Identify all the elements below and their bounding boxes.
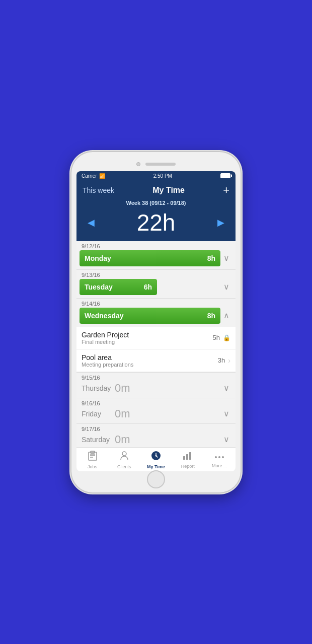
svg-point-16 xyxy=(222,456,224,458)
entry-hours-garden: 5h xyxy=(213,334,220,341)
day-bar-row-saturday: Saturday 0m ∨ xyxy=(76,433,236,447)
speaker xyxy=(145,163,176,166)
day-name-wednesday: Wednesday xyxy=(85,312,124,320)
front-camera xyxy=(136,162,140,166)
phone-top-bar xyxy=(76,157,236,171)
home-button[interactable] xyxy=(147,470,165,488)
expand-wednesday-button[interactable]: ∧ xyxy=(220,310,232,322)
day-bar-wednesday[interactable]: Wednesday 8h xyxy=(80,308,220,324)
total-hours-display: 22h xyxy=(137,209,176,236)
wifi-icon: 📶 xyxy=(99,173,105,179)
entry-hours-pool: 3h xyxy=(218,356,225,364)
tab-clients-label: Clients xyxy=(117,464,131,469)
phone-screen: Carrier 📶 2:50 PM This week My Time + We… xyxy=(76,171,236,471)
day-section-saturday: 9/17/16 Saturday 0m ∨ xyxy=(76,424,236,447)
entry-title-pool: Pool area xyxy=(82,353,133,362)
svg-point-15 xyxy=(218,456,220,458)
tab-bar: Jobs Clients xyxy=(76,447,236,471)
day-bar-row-monday: Monday 8h ∨ xyxy=(76,250,236,269)
entry-info-pool: Pool area Meeting preparations xyxy=(82,353,133,368)
svg-point-10 xyxy=(155,455,157,456)
expand-monday-button[interactable]: ∨ xyxy=(220,252,232,264)
time-display: 2:50 PM xyxy=(153,173,172,179)
day-bar-empty-friday[interactable]: Friday 0m xyxy=(80,407,220,420)
lock-icon: 🔒 xyxy=(223,334,230,341)
day-hours-monday: 8h xyxy=(207,254,215,262)
svg-rect-13 xyxy=(189,452,191,460)
expand-friday-button[interactable]: ∨ xyxy=(220,408,232,420)
chevron-right-icon: › xyxy=(228,356,230,365)
week-label: Week 38 (09/12 - 09/18) xyxy=(83,200,229,206)
entry-right-garden: 5h 🔒 xyxy=(213,334,230,341)
day-bar-row-tuesday: Tuesday 6h ∨ xyxy=(76,279,236,298)
entry-pool-area[interactable]: Pool area Meeting preparations 3h › xyxy=(76,349,236,372)
report-icon xyxy=(183,451,193,463)
jobs-icon xyxy=(88,451,97,463)
tab-my-time[interactable]: My Time xyxy=(144,451,168,469)
clients-icon xyxy=(120,451,129,463)
next-week-button[interactable]: ▶ xyxy=(214,217,227,228)
this-week-label: This week xyxy=(83,186,114,194)
entry-garden-project[interactable]: Garden Project Final meeting 5h 🔒 xyxy=(76,327,236,349)
day-hours-saturday: 0m xyxy=(115,433,130,446)
tab-my-time-label: My Time xyxy=(147,464,165,469)
svg-point-5 xyxy=(122,452,126,456)
entry-info-garden: Garden Project Final meeting xyxy=(82,331,129,345)
day-name-thursday: Thursday xyxy=(80,384,115,392)
day-date-wednesday: 9/14/16 xyxy=(76,299,236,308)
day-section-tuesday: 9/13/16 Tuesday 6h ∨ xyxy=(76,270,236,298)
day-hours-tuesday: 6h xyxy=(144,283,152,291)
day-name-friday: Friday xyxy=(80,410,115,418)
tab-jobs[interactable]: Jobs xyxy=(81,451,105,469)
day-bar-row-friday: Friday 0m ∨ xyxy=(76,407,236,423)
day-section-friday: 9/16/16 Friday 0m ∨ xyxy=(76,398,236,423)
day-section-thursday: 9/15/16 Thursday 0m ∨ xyxy=(76,373,236,398)
day-hours-thursday: 0m xyxy=(115,382,130,395)
week-nav: ◀ 22h ▶ xyxy=(83,209,229,236)
status-bar: Carrier 📶 2:50 PM xyxy=(76,171,236,181)
my-time-icon xyxy=(151,451,161,463)
day-name-monday: Monday xyxy=(85,254,111,262)
app-title: My Time xyxy=(152,186,185,195)
days-scroll-area[interactable]: 9/12/16 Monday 8h ∨ 9/13/16 xyxy=(76,241,236,447)
expand-tuesday-button[interactable]: ∨ xyxy=(220,281,232,293)
tab-report[interactable]: Report xyxy=(176,451,200,469)
day-section-monday: 9/12/16 Monday 8h ∨ xyxy=(76,241,236,269)
expand-saturday-button[interactable]: ∨ xyxy=(220,434,232,446)
carrier-label: Carrier xyxy=(82,173,97,179)
day-bar-row-thursday: Thursday 0m ∨ xyxy=(76,382,236,398)
day-date-friday: 9/16/16 xyxy=(76,398,236,407)
day-date-thursday: 9/15/16 xyxy=(76,373,236,382)
prev-week-button[interactable]: ◀ xyxy=(85,217,98,228)
phone-frame: Carrier 📶 2:50 PM This week My Time + We… xyxy=(70,151,242,493)
day-bar-empty-thursday[interactable]: Thursday 0m xyxy=(80,382,220,395)
tab-report-label: Report xyxy=(181,464,195,469)
app-header: This week My Time + Week 38 (09/12 - 09/… xyxy=(76,181,236,241)
expand-thursday-button[interactable]: ∨ xyxy=(220,382,232,394)
day-section-wednesday: 9/14/16 Wednesday 8h ∧ Garden Project Fi… xyxy=(76,299,236,372)
entry-subtitle-pool: Meeting preparations xyxy=(82,362,133,368)
day-name-saturday: Saturday xyxy=(80,436,115,444)
svg-point-14 xyxy=(215,456,217,458)
day-bar-tuesday[interactable]: Tuesday 6h xyxy=(80,279,157,295)
more-icon xyxy=(214,452,224,462)
entry-right-pool: 3h › xyxy=(218,356,230,365)
day-date-tuesday: 9/13/16 xyxy=(76,270,236,279)
day-bar-row-wednesday: Wednesday 8h ∧ xyxy=(76,308,236,327)
battery-icon xyxy=(220,173,230,178)
svg-rect-12 xyxy=(186,454,188,460)
day-name-tuesday: Tuesday xyxy=(85,283,113,291)
day-hours-wednesday: 8h xyxy=(207,312,215,320)
entry-subtitle-garden: Final meeting xyxy=(82,339,129,345)
phone-bottom-bar xyxy=(76,471,236,487)
day-bar-empty-saturday[interactable]: Saturday 0m xyxy=(80,433,220,446)
entry-title-garden: Garden Project xyxy=(82,331,129,339)
day-date-monday: 9/12/16 xyxy=(76,241,236,250)
svg-rect-11 xyxy=(183,456,185,460)
day-hours-friday: 0m xyxy=(115,407,130,420)
day-bar-monday[interactable]: Monday 8h xyxy=(80,250,220,266)
tab-clients[interactable]: Clients xyxy=(112,451,136,469)
tab-more[interactable]: More ... xyxy=(207,452,231,468)
add-button[interactable]: + xyxy=(223,184,229,197)
tab-more-label: More ... xyxy=(212,463,227,468)
